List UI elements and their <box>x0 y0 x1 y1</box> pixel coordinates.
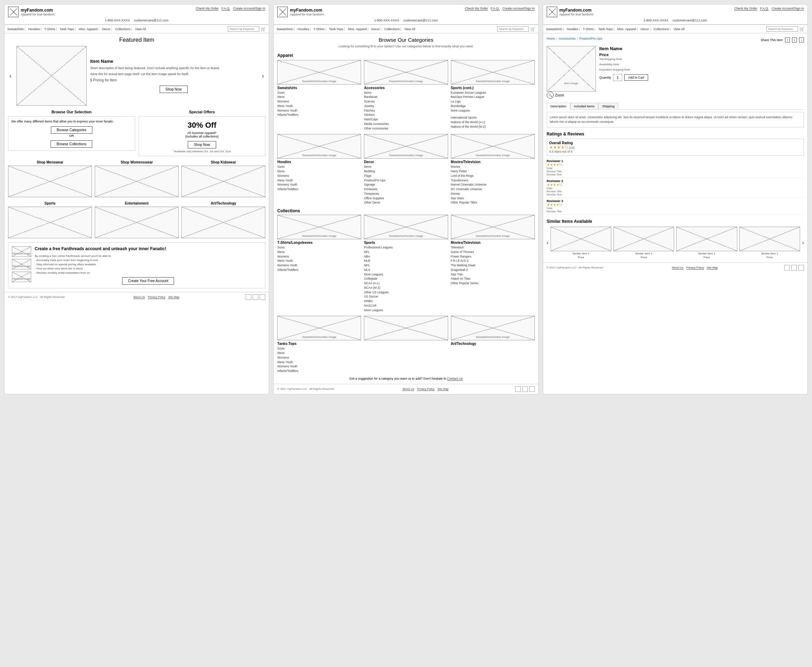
footer-1: © 2017 myFandom LLC · All Rights Reserve… <box>5 292 269 302</box>
tab-included[interactable]: Included Items <box>570 103 599 110</box>
tagline-2: Apparel for true fandom! <box>290 13 324 16</box>
logo-area-2: myFandom.com Apparel for true fandom! <box>277 7 324 17</box>
nav2-hoodies[interactable]: Hoodies <box>297 27 311 31</box>
browse-cols-btn[interactable]: Browse Collections <box>50 140 92 148</box>
check-order-link-3[interactable]: Check My Order <box>734 7 757 10</box>
header-contact-2: 1-800-XXX-XXXX customercare@111.com <box>277 18 535 22</box>
decor-img: Sweatshirts/Hoodies Image <box>364 134 448 159</box>
check-order-link[interactable]: Check My Order <box>196 7 219 10</box>
nav-sweatshirts[interactable]: Sweatshirts <box>7 27 25 31</box>
nav-hoodies[interactable]: Hoodies <box>28 27 42 31</box>
zoom-icon[interactable]: 🔍 <box>547 91 554 99</box>
footer-icons-2 <box>515 386 535 392</box>
carousel-prev[interactable]: ‹ <box>8 72 13 80</box>
nav3-hoodies[interactable]: Hoodies <box>567 27 580 31</box>
tab-content: Lorem ipsum dolor sit amet, consectetur … <box>547 112 804 127</box>
tab-description[interactable]: Description <box>547 103 570 110</box>
nav-tanktops[interactable]: Tank-Tops <box>60 27 76 31</box>
shop-now-btn[interactable]: Shop Now <box>159 86 188 93</box>
nav3-viewall[interactable]: View All <box>673 27 684 31</box>
special-desc: All Summer Apparel* (includes all collec… <box>142 131 262 138</box>
nav-viewall[interactable]: View All <box>135 27 146 31</box>
featured-area: ‹ Item Name Short description of item be… <box>8 46 265 106</box>
product-name: Item Name <box>599 46 804 51</box>
create-account-btn[interactable]: Create Your Free Account <box>122 277 174 285</box>
cart-icon-3[interactable]: 🛒 <box>799 27 805 32</box>
carousel-next[interactable]: › <box>261 72 265 80</box>
cat-arttechnology-2: Sweatshirts/Hoodies Image Art/Technology <box>451 316 535 373</box>
phone-2: 1-800-XXX-XXXX <box>374 18 399 22</box>
search-input-3[interactable] <box>766 26 798 32</box>
nav2-viewall[interactable]: View All <box>404 27 415 31</box>
faq-link-2[interactable]: F.A.Q. <box>491 7 500 10</box>
breadcrumb: Home | Accessories | Posters/Pin-Ups <box>547 37 602 40</box>
nav-bar-1: Sweatshirts Hoodies T-Shirts Tank-Tops M… <box>5 25 269 33</box>
nav-decor[interactable]: Decor <box>102 27 112 31</box>
accessories-list: Items Bandanas Scarves Jewelry Patches S… <box>364 91 448 131</box>
special-shop-btn[interactable]: Shop Now <box>188 141 216 148</box>
nav3-tshirts[interactable]: T-Shirts <box>583 27 596 31</box>
breadcrumb-posters[interactable]: Posters/Pin-Ups <box>580 37 602 40</box>
footer-about-3[interactable]: About Us <box>672 266 684 269</box>
search-input-1[interactable] <box>228 26 259 32</box>
nav-collections[interactable]: Collections <box>115 27 132 31</box>
facebook-icon[interactable]: f <box>785 38 790 42</box>
nav3-collections[interactable]: Collections <box>653 27 671 31</box>
breadcrumb-accessories[interactable]: Accessories <box>559 37 576 40</box>
tab-shipping[interactable]: Shipping <box>598 103 618 110</box>
account-desc: By creating a free online Fanthreads acc… <box>35 254 261 275</box>
footer-sitemap-2[interactable]: Site Map <box>438 387 449 391</box>
nav2-decor[interactable]: Decor <box>371 27 382 31</box>
collections-heading: Collections <box>277 208 535 213</box>
discount-logos: Discount Logo Discount Logo Discount Log… <box>12 246 31 285</box>
shop-kidswear: Shop Kidswear <box>181 160 265 197</box>
nav2-misc[interactable]: Misc. Apparel <box>348 27 369 31</box>
faq-link-3[interactable]: F.A.Q. <box>760 7 769 10</box>
account-link-3[interactable]: Create Account/Sign In <box>772 7 804 10</box>
category-sections: Sports Entertainment Art/Technology <box>8 201 265 238</box>
contact-us-link[interactable]: Contact Us <box>447 377 463 381</box>
faq-link[interactable]: F.A.Q. <box>221 7 230 10</box>
nav2-tanktops[interactable]: Tank-Tops <box>329 27 345 31</box>
check-order-link-2[interactable]: Check My Order <box>465 7 488 10</box>
sim-item-4: Similar Item 1 Price <box>739 227 800 259</box>
footer-privacy-1[interactable]: Privacy Policy <box>148 295 165 299</box>
footer-privacy-3[interactable]: Privacy Policy <box>686 266 704 269</box>
nav3-misc[interactable]: Misc. Apparel <box>617 27 638 31</box>
nav-misc[interactable]: Misc. Apparel <box>79 27 99 31</box>
similar-next[interactable]: › <box>802 240 804 246</box>
nav-tshirts[interactable]: T-Shirts <box>44 27 57 31</box>
footer-privacy-2[interactable]: Privacy Policy <box>417 387 435 391</box>
nav2-collections[interactable]: Collections <box>384 27 402 31</box>
tanktops-list: Sizes Mens Womens Mens Youth Womens Yout… <box>277 346 361 373</box>
twitter-icon[interactable]: t <box>792 38 797 42</box>
breadcrumb-home[interactable]: Home <box>547 37 555 40</box>
nav3-tanktops[interactable]: Tank-Tops <box>598 27 614 31</box>
nav2-tshirts[interactable]: T-Shirts <box>314 27 326 31</box>
similar-prev[interactable]: ‹ <box>547 240 548 246</box>
nav3-sweatshirts[interactable]: Sweatshirts <box>546 27 564 31</box>
account-link-2[interactable]: Create Account/Sign In <box>503 7 535 10</box>
instagram-icon[interactable]: i <box>799 38 804 42</box>
quantity-input[interactable]: 1 <box>613 74 622 81</box>
browse-box: We offer many different items that allow… <box>8 116 135 151</box>
nav-links-2: Sweatshirts Hoodies T-Shirts Tank-Tops M… <box>277 27 415 31</box>
logo-icon <box>8 7 18 17</box>
nav2-sweatshirts[interactable]: Sweatshirts <box>277 27 294 31</box>
account-link[interactable]: Create Account/Sign In <box>233 7 265 10</box>
empty-img <box>364 316 448 340</box>
account-text: Create a free Fanthreads account and unl… <box>35 246 261 285</box>
footer-sitemap-1[interactable]: Site Map <box>168 295 179 299</box>
footer-about-2[interactable]: About Us <box>402 387 414 391</box>
cart-icon-2[interactable]: 🛒 <box>530 27 535 32</box>
browse-cats-btn[interactable]: Browse Categories <box>51 126 92 134</box>
footer-sitemap-3[interactable]: Site Map <box>707 266 718 269</box>
search-input-2[interactable] <box>497 26 529 32</box>
special-note: *Available only between Oct. 1st and Oct… <box>142 150 262 153</box>
cart-icon-1[interactable]: 🛒 <box>261 27 266 32</box>
add-to-cart-btn[interactable]: Add to Cart <box>624 75 648 81</box>
cat-sports-coll: Sweatshirts/Hoodies Image Sports Profess… <box>364 215 448 312</box>
similar-items: Similar Items Available ‹ Similar Item 1… <box>547 219 804 259</box>
footer-about-1[interactable]: About Us <box>133 295 145 299</box>
nav3-decor[interactable]: Decor <box>641 27 651 31</box>
